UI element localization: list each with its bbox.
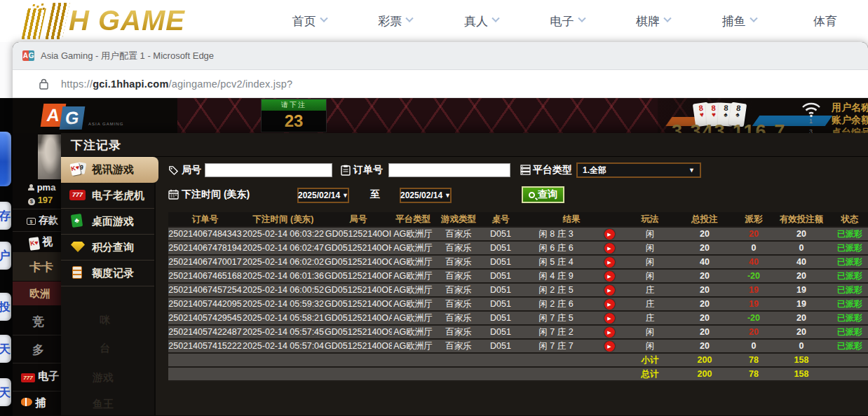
replay-button[interactable]: ▶ (604, 271, 615, 282)
cell-platform: AG欧洲厅 (392, 228, 434, 240)
replay-button[interactable]: ▶ (604, 285, 615, 296)
replay-button[interactable]: ▶ (604, 327, 615, 338)
menu-item-table-games[interactable]: ♣ 桌面游戏 (61, 209, 154, 235)
cell-result: 闲 5 庄 4 (518, 256, 594, 268)
cell-replay: ▶ (594, 242, 625, 254)
chevron-down-icon (663, 14, 671, 22)
floating-tab-day1[interactable]: 天 (0, 335, 11, 363)
modal-header: 下注记录 (61, 133, 868, 157)
replay-button[interactable]: ▶ (604, 341, 615, 352)
cell-game-type: 百家乐 (434, 326, 483, 338)
cell-bet-time: 2025-02-14 05:57:45 (242, 327, 325, 337)
cards-icon: K♥ (29, 237, 40, 251)
platform-select[interactable]: 1.全部 ▼ (576, 162, 701, 178)
cell-total-bet: 20 (675, 299, 734, 309)
cell-valid-bet: 20 (773, 271, 829, 281)
column-header: 桌号 (483, 214, 518, 226)
menu-item-points-query[interactable]: 积分查询 (61, 235, 154, 261)
lobby-slots[interactable]: 777 电子 (21, 370, 59, 383)
cell-platform: AG欧洲厅 (392, 270, 434, 282)
cell-game-type: 百家乐 (434, 256, 483, 268)
nav-item-slots[interactable]: 电子 (524, 0, 611, 42)
floating-banner-fragment[interactable] (0, 132, 11, 186)
divider (13, 391, 61, 391)
user-name-label: 用户名称 (832, 102, 868, 114)
date-to-select[interactable]: 2025/02/14▼ (400, 188, 452, 203)
person-icon (28, 184, 34, 190)
search-button[interactable]: 查询 (522, 186, 564, 203)
cell-valid-bet: 20 (773, 229, 829, 239)
cell-result: 闲 7 庄 7 (518, 340, 594, 352)
replay-button[interactable]: ▶ (604, 257, 615, 268)
lobby-vip-hall[interactable]: 卡卡 (29, 259, 53, 275)
address-bar[interactable]: https://gci.1hhapi.com/agingame/pcv2/ind… (13, 70, 868, 98)
cell-order-number: 250214057422487 (168, 327, 242, 337)
fishing-label: 捕 (35, 396, 46, 408)
chevron-down-icon (320, 14, 327, 22)
nav-item-chess[interactable]: 棋牌 (610, 0, 696, 42)
modal-title: 下注记录 (71, 137, 121, 153)
cell-game-type: 百家乐 (434, 228, 483, 240)
calendar-icon (168, 189, 179, 200)
lobby-betting-hall[interactable]: 竞 (32, 314, 44, 330)
date-from-select[interactable]: 2025/02/14▼ (297, 188, 349, 203)
cell-platform: AG欧洲厅 (392, 340, 434, 352)
cell-round-number: GD051252140OC (325, 299, 392, 309)
deposit-card-icon: $ (27, 218, 36, 225)
lobby-europe-hall[interactable]: 欧洲 (29, 287, 50, 300)
floating-tab-day2[interactable]: 天 (0, 378, 11, 406)
nav-item-lottery[interactable]: 彩票 (353, 0, 439, 42)
cell-payout: 19 (734, 299, 773, 309)
floating-tab-bet[interactable]: 投 (0, 293, 11, 321)
cell-play-type: 闲 (625, 242, 675, 254)
nav-item-live[interactable]: 真人 (438, 0, 524, 42)
column-header: 派彩 (734, 214, 773, 226)
cell-replay: ▶ (594, 228, 625, 240)
tab-label: 户 (0, 248, 11, 264)
cell-replay: ▶ (594, 312, 625, 324)
menu-item-slots[interactable]: 777 电子老虎机 (61, 183, 154, 209)
window-title-bar[interactable]: AG Asia Gaming - 用户配置 1 - Microsoft Edge (13, 42, 868, 70)
gem-icon (69, 240, 86, 255)
platform-filter-label: 平台类型 (533, 164, 572, 176)
cell-table-number: D051 (483, 243, 518, 253)
floating-tab-deposit[interactable]: 存 (0, 202, 11, 230)
asia-gaming-logo: A G ASIA GAMING (42, 102, 147, 132)
bet-timer: 请下注 23 (261, 99, 327, 132)
replay-button[interactable]: ▶ (604, 299, 615, 310)
replay-button[interactable]: ▶ (604, 313, 615, 324)
table-row: 2502140674843432025-02-14 06:03:22GD0512… (168, 228, 868, 242)
lobby-video-games[interactable]: K♥ 视 (29, 235, 53, 250)
cell-round-number: GD051252140OF (325, 271, 392, 281)
column-header: 玩法 (625, 214, 675, 226)
tab-label: 天 (0, 384, 11, 401)
round-number-input[interactable] (205, 163, 332, 177)
cell-table-number: D051 (483, 313, 518, 323)
cell-order-number: 250214067465168 (168, 271, 242, 281)
cell-total-bet: 20 (675, 285, 734, 295)
total-row: 总计20078158 (168, 368, 868, 382)
search-button-label: 查询 (538, 188, 557, 201)
menu-item-credit-records[interactable]: 额度记录 (61, 261, 154, 286)
menu-item-video-games[interactable]: 9K♥ 视讯游戏 (61, 157, 158, 183)
ghost-text: 鱼王 (93, 398, 114, 411)
replay-button[interactable]: ▶ (604, 229, 615, 240)
lobby-deposit-button[interactable]: $ 存款 (27, 214, 58, 227)
nav-item-sports[interactable]: 体育 (782, 0, 868, 42)
cell-valid-bet: 19 (773, 285, 829, 295)
cell-round-number: GD051252140O9 (325, 327, 392, 337)
date-to-value: 2025/02/14 (400, 190, 442, 200)
replay-button[interactable]: ▶ (604, 243, 615, 254)
floating-tab-account[interactable]: 户 (0, 242, 11, 270)
video-label: 视 (42, 235, 53, 247)
cell-order-number: 250214067478194 (168, 243, 242, 253)
menu-label: 额度记录 (92, 267, 134, 280)
nav-item-home[interactable]: 首页 (266, 0, 353, 42)
lobby-multi-table[interactable]: 多 (32, 342, 44, 358)
order-number-input[interactable] (388, 163, 510, 177)
cell-valid-bet: 20 (773, 313, 829, 323)
lobby-fishing[interactable]: 捕 (21, 396, 46, 410)
date-from-value: 2025/02/14 (298, 190, 340, 200)
dropdown-arrow-icon: ▼ (445, 192, 451, 199)
nav-item-fishing[interactable]: 捕鱼 (696, 0, 782, 42)
